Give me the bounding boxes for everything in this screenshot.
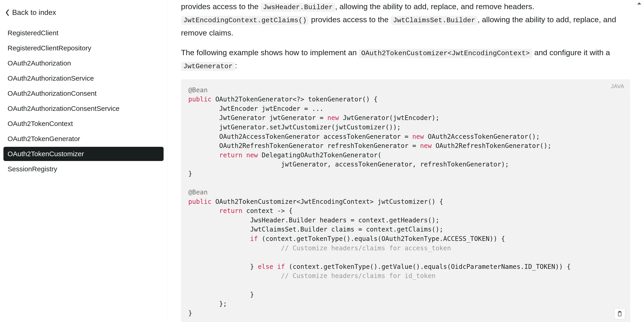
sidebar: Back to index RegisteredClient Registere…: [0, 0, 167, 322]
sidebar-item-sessionregistry[interactable]: SessionRegistry: [4, 162, 164, 176]
code-jwtgenerator: JwtGenerator: [181, 62, 235, 71]
text: :: [235, 61, 237, 70]
sidebar-item-oauth2tokencontext[interactable]: OAuth2TokenContext: [4, 116, 164, 131]
text: The following example shows how to imple…: [181, 48, 359, 57]
sidebar-item-oauth2tokencustomizer[interactable]: OAuth2TokenCustomizer: [4, 147, 164, 161]
sidebar-item-registeredclient[interactable]: RegisteredClient: [4, 26, 164, 40]
text: , allowing the ability to add, replace, …: [335, 2, 534, 11]
sidebar-item-registeredclientrepository[interactable]: RegisteredClientRepository: [4, 41, 164, 55]
sidebar-item-label: RegisteredClient: [8, 29, 58, 37]
code-oauth2tokencustomizer-jwtencodingcontext: OAuth2TokenCustomizer<JwtEncodingContext…: [359, 49, 532, 58]
sidebar-item-oauth2tokengenerator[interactable]: OAuth2TokenGenerator: [4, 132, 164, 146]
sidebar-nav: RegisteredClient RegisteredClientReposit…: [4, 26, 164, 176]
code-content: @Bean public OAuth2TokenGenerator<?> tok…: [188, 86, 623, 318]
chevron-left-icon: [5, 9, 10, 16]
code-block-java: JAVA @Bean public OAuth2TokenGenerator<?…: [181, 79, 630, 322]
sidebar-item-oauth2authorizationservice[interactable]: OAuth2AuthorizationService: [4, 71, 164, 86]
sidebar-item-label: OAuth2TokenContext: [8, 120, 73, 127]
back-to-index-link[interactable]: Back to index: [4, 7, 164, 23]
main-content: provides access to the JwsHeader.Builder…: [167, 0, 644, 322]
code-jwtclaimsset-builder: JwtClaimsSet.Builder: [391, 16, 478, 25]
intro-paragraph-2: The following example shows how to imple…: [181, 46, 630, 72]
copy-code-button[interactable]: [614, 308, 625, 319]
text: provides access to the: [181, 2, 261, 11]
clipboard-icon: [617, 311, 622, 317]
main-scroll-area[interactable]: provides access to the JwsHeader.Builder…: [167, 0, 644, 322]
code-jwsheader-builder: JwsHeader.Builder: [261, 3, 335, 12]
sidebar-item-oauth2authorization[interactable]: OAuth2Authorization: [4, 56, 164, 70]
sidebar-item-oauth2authorizationconsentservice[interactable]: OAuth2AuthorizationConsentService: [4, 102, 164, 116]
sidebar-item-label: RegisteredClientRepository: [8, 44, 91, 52]
sidebar-item-label: OAuth2AuthorizationService: [8, 74, 94, 82]
sidebar-item-label: SessionRegistry: [8, 165, 57, 173]
sidebar-item-label: OAuth2AuthorizationConsentService: [8, 105, 120, 112]
sidebar-item-oauth2authorizationconsent[interactable]: OAuth2AuthorizationConsent: [4, 86, 164, 100]
code-language-label: JAVA: [611, 82, 624, 90]
scroll-up-arrow[interactable]: [636, 2, 643, 5]
back-to-index-label: Back to index: [12, 8, 56, 17]
sidebar-item-label: OAuth2TokenGenerator: [8, 135, 80, 142]
code-jwtencodingcontext-getclaims: JwtEncodingContext.getClaims(): [181, 16, 309, 25]
sidebar-item-label: OAuth2AuthorizationConsent: [8, 90, 97, 97]
sidebar-item-label: OAuth2Authorization: [8, 59, 71, 67]
sidebar-item-label: OAuth2TokenCustomizer: [8, 150, 84, 158]
text: provides access to the: [309, 15, 390, 24]
text: and configure it with a: [532, 48, 610, 57]
intro-paragraph-1: provides access to the JwsHeader.Builder…: [181, 0, 630, 39]
